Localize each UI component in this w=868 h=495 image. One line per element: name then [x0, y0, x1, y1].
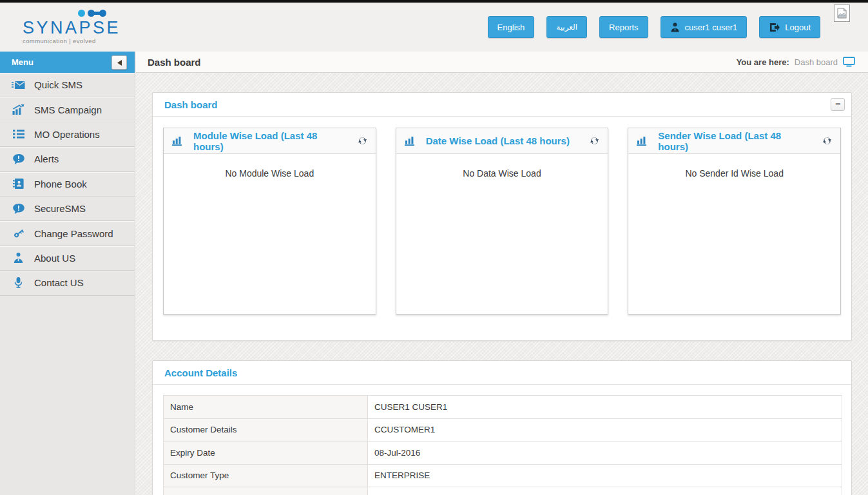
row-label: Customer Details — [164, 418, 368, 442]
sidebar-item-label: Alerts — [34, 153, 59, 164]
logo-dots-icon — [23, 8, 108, 18]
synapse-logo[interactable]: SYNAPSE communication | evolved — [23, 8, 108, 44]
logout-button[interactable]: Logout — [759, 16, 820, 38]
sidebar-item-label: SecureSMS — [34, 203, 86, 214]
person-icon — [12, 253, 25, 263]
row-label: Credit System — [164, 487, 368, 495]
card-empty-text: No Sender Id Wise Load — [628, 154, 840, 179]
card-empty-text: No Data Wise Load — [396, 154, 608, 179]
row-value: 08-Jul-2016 — [368, 442, 842, 465]
logout-icon — [769, 23, 780, 32]
refresh-icon[interactable] — [358, 136, 367, 146]
row-value: CUSER1 CUSER1 — [368, 396, 842, 419]
card-title: Sender Wise Load (Last 48 hours) — [658, 130, 812, 152]
header: SYNAPSE communication | evolved English … — [0, 3, 868, 52]
monitor-icon — [843, 57, 855, 67]
card-header: Sender Wise Load (Last 48 hours) — [628, 128, 840, 154]
breadcrumb: You are here: Dash board — [737, 57, 855, 67]
sidebar-item-alerts[interactable]: Alerts — [0, 147, 135, 171]
account-panel-header: Account Details — [153, 361, 851, 385]
card-empty-text: No Module Wise Load — [164, 154, 376, 179]
date-wise-load-card: Date Wise Load (Last 48 hours) No Data W… — [396, 128, 609, 315]
chevron-left-icon — [117, 57, 122, 68]
breadcrumb-current[interactable]: Dash board — [795, 57, 838, 67]
sender-wise-load-card: Sender Wise Load (Last 48 hours) No Send… — [628, 128, 841, 315]
row-value: CCUSTOMER1 — [368, 418, 842, 442]
user-button[interactable]: cuser1 cuser1 — [661, 16, 747, 38]
comment-alert-icon — [12, 204, 25, 214]
minimize-button[interactable]: − — [831, 98, 845, 111]
sidebar-item-label: Contact US — [34, 277, 84, 288]
sidebar-item-label: MO Operations — [34, 129, 100, 140]
arabic-button[interactable]: العربية — [546, 16, 587, 38]
account-details-panel: Account Details Name CUSER1 CUSER1 Custo… — [152, 360, 852, 495]
page-title: Dash board — [148, 57, 737, 68]
account-details-table: Name CUSER1 CUSER1 Customer Details CCUS… — [163, 395, 842, 495]
menu-title: Menu — [12, 57, 111, 67]
row-label: Expiry Date — [164, 442, 368, 465]
refresh-icon[interactable] — [822, 136, 832, 146]
sidebar-item-label: About US — [34, 253, 75, 264]
sidebar-item-mo-operations[interactable]: MO Operations — [0, 122, 135, 147]
content-topbar: Dash board You are here: Dash board — [136, 52, 868, 73]
key-icon — [12, 228, 25, 239]
table-row: Name CUSER1 CUSER1 — [164, 396, 842, 419]
user-icon — [670, 23, 680, 32]
bar-chart-trend-icon — [12, 104, 25, 115]
sidebar-item-label: Phone Book — [34, 179, 87, 189]
refresh-icon[interactable] — [590, 136, 599, 146]
sidebar: Menu Quick SMS SMS Campaign MO Operation… — [0, 52, 135, 495]
reports-button[interactable]: Reports — [599, 16, 648, 38]
row-value: POSTPAID — [368, 487, 842, 495]
sidebar-item-change-password[interactable]: Change Password — [0, 221, 135, 246]
sidebar-item-contact-us[interactable]: Contact US — [0, 271, 135, 295]
row-label: Customer Type — [164, 464, 368, 487]
address-book-icon — [12, 179, 25, 189]
comment-alert-icon — [12, 154, 25, 164]
sidebar-item-label: Quick SMS — [34, 79, 82, 90]
breadcrumb-prefix: You are here: — [737, 57, 789, 67]
sidebar-item-about-us[interactable]: About US — [0, 246, 135, 271]
dashboard-panel: Dash board − Module Wise Load (Last 48 h… — [152, 92, 852, 341]
account-panel-title: Account Details — [164, 367, 845, 378]
microphone-icon — [12, 277, 25, 288]
broken-image-icon[interactable] — [834, 5, 850, 22]
sidebar-item-label: Change Password — [34, 228, 113, 239]
main: Dash board − Module Wise Load (Last 48 h… — [136, 73, 868, 495]
logo-brand: SYNAPSE — [23, 18, 108, 37]
english-button[interactable]: English — [488, 16, 535, 38]
card-header: Module Wise Load (Last 48 hours) — [164, 128, 376, 154]
content-area: Dash board You are here: Dash board Dash… — [136, 52, 868, 495]
header-buttons: English العربية Reports cuser1 cuser1 Lo… — [488, 3, 820, 52]
sidebar-item-quick-sms[interactable]: Quick SMS — [0, 73, 135, 97]
sidebar-menu-header: Menu — [0, 52, 135, 73]
table-row: Customer Details CCUSTOMER1 — [164, 418, 842, 442]
bar-chart-icon — [405, 136, 416, 146]
row-value: ENTERPRISE — [368, 464, 842, 487]
list-icon — [12, 130, 25, 139]
envelope-send-icon — [12, 81, 25, 90]
account-panel-body: Name CUSER1 CUSER1 Customer Details CCUS… — [153, 385, 851, 495]
sidebar-item-phone-book[interactable]: Phone Book — [0, 172, 135, 197]
table-row: Expiry Date 08-Jul-2016 — [164, 442, 842, 465]
card-title: Date Wise Load (Last 48 hours) — [426, 135, 570, 146]
dashboard-panel-title: Dash board — [164, 99, 831, 110]
sidebar-item-sms-campaign[interactable]: SMS Campaign — [0, 97, 135, 122]
card-header: Date Wise Load (Last 48 hours) — [396, 128, 608, 154]
logo-tagline: communication | evolved — [23, 37, 108, 44]
dashboard-panel-body: Module Wise Load (Last 48 hours) No Modu… — [153, 117, 851, 340]
card-title: Module Wise Load (Last 48 hours) — [193, 130, 347, 152]
sidebar-collapse-button[interactable] — [111, 55, 127, 70]
bar-chart-icon — [637, 136, 648, 146]
sidebar-item-secure-sms[interactable]: SecureSMS — [0, 197, 135, 221]
dashboard-panel-header: Dash board − — [153, 93, 851, 117]
row-label: Name — [164, 396, 368, 419]
bar-chart-icon — [172, 136, 183, 146]
sidebar-item-label: SMS Campaign — [34, 104, 102, 115]
table-row: Customer Type ENTERPRISE — [164, 464, 842, 487]
module-wise-load-card: Module Wise Load (Last 48 hours) No Modu… — [163, 128, 376, 315]
table-row: Credit System POSTPAID — [164, 487, 842, 495]
